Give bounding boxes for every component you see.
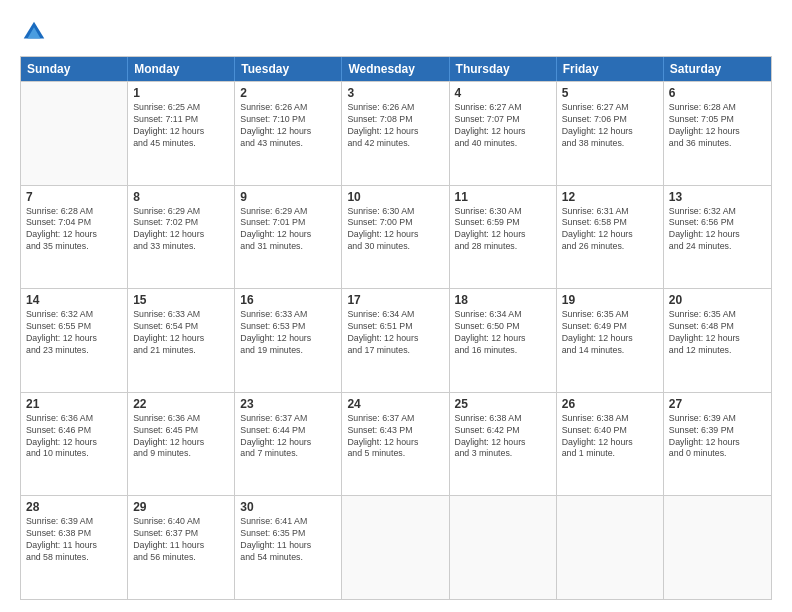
cal-cell: 14Sunrise: 6:32 AM Sunset: 6:55 PM Dayli… — [21, 289, 128, 392]
day-info: Sunrise: 6:40 AM Sunset: 6:37 PM Dayligh… — [133, 516, 229, 564]
day-info: Sunrise: 6:37 AM Sunset: 6:43 PM Dayligh… — [347, 413, 443, 461]
day-info: Sunrise: 6:37 AM Sunset: 6:44 PM Dayligh… — [240, 413, 336, 461]
day-number: 22 — [133, 397, 229, 411]
cal-cell: 20Sunrise: 6:35 AM Sunset: 6:48 PM Dayli… — [664, 289, 771, 392]
day-number: 30 — [240, 500, 336, 514]
cal-cell: 3Sunrise: 6:26 AM Sunset: 7:08 PM Daylig… — [342, 82, 449, 185]
day-number: 19 — [562, 293, 658, 307]
calendar: SundayMondayTuesdayWednesdayThursdayFrid… — [20, 56, 772, 600]
cal-cell: 12Sunrise: 6:31 AM Sunset: 6:58 PM Dayli… — [557, 186, 664, 289]
day-info: Sunrise: 6:32 AM Sunset: 6:56 PM Dayligh… — [669, 206, 766, 254]
weekday-header: Friday — [557, 57, 664, 81]
cal-cell: 22Sunrise: 6:36 AM Sunset: 6:45 PM Dayli… — [128, 393, 235, 496]
cal-cell: 17Sunrise: 6:34 AM Sunset: 6:51 PM Dayli… — [342, 289, 449, 392]
day-number: 10 — [347, 190, 443, 204]
cal-cell: 11Sunrise: 6:30 AM Sunset: 6:59 PM Dayli… — [450, 186, 557, 289]
day-number: 16 — [240, 293, 336, 307]
cal-cell: 30Sunrise: 6:41 AM Sunset: 6:35 PM Dayli… — [235, 496, 342, 599]
day-info: Sunrise: 6:34 AM Sunset: 6:51 PM Dayligh… — [347, 309, 443, 357]
cal-cell: 29Sunrise: 6:40 AM Sunset: 6:37 PM Dayli… — [128, 496, 235, 599]
day-number: 17 — [347, 293, 443, 307]
day-number: 8 — [133, 190, 229, 204]
day-number: 29 — [133, 500, 229, 514]
cal-cell — [342, 496, 449, 599]
calendar-body: 1Sunrise: 6:25 AM Sunset: 7:11 PM Daylig… — [21, 81, 771, 599]
week-row-3: 14Sunrise: 6:32 AM Sunset: 6:55 PM Dayli… — [21, 288, 771, 392]
day-info: Sunrise: 6:31 AM Sunset: 6:58 PM Dayligh… — [562, 206, 658, 254]
day-number: 9 — [240, 190, 336, 204]
weekday-header: Tuesday — [235, 57, 342, 81]
cal-cell: 16Sunrise: 6:33 AM Sunset: 6:53 PM Dayli… — [235, 289, 342, 392]
cal-cell: 4Sunrise: 6:27 AM Sunset: 7:07 PM Daylig… — [450, 82, 557, 185]
cal-cell: 5Sunrise: 6:27 AM Sunset: 7:06 PM Daylig… — [557, 82, 664, 185]
calendar-header: SundayMondayTuesdayWednesdayThursdayFrid… — [21, 57, 771, 81]
day-info: Sunrise: 6:28 AM Sunset: 7:04 PM Dayligh… — [26, 206, 122, 254]
weekday-header: Wednesday — [342, 57, 449, 81]
day-info: Sunrise: 6:36 AM Sunset: 6:46 PM Dayligh… — [26, 413, 122, 461]
day-number: 13 — [669, 190, 766, 204]
day-number: 21 — [26, 397, 122, 411]
cal-cell: 23Sunrise: 6:37 AM Sunset: 6:44 PM Dayli… — [235, 393, 342, 496]
day-info: Sunrise: 6:32 AM Sunset: 6:55 PM Dayligh… — [26, 309, 122, 357]
week-row-5: 28Sunrise: 6:39 AM Sunset: 6:38 PM Dayli… — [21, 495, 771, 599]
day-info: Sunrise: 6:34 AM Sunset: 6:50 PM Dayligh… — [455, 309, 551, 357]
day-number: 18 — [455, 293, 551, 307]
week-row-1: 1Sunrise: 6:25 AM Sunset: 7:11 PM Daylig… — [21, 81, 771, 185]
cal-cell: 2Sunrise: 6:26 AM Sunset: 7:10 PM Daylig… — [235, 82, 342, 185]
day-info: Sunrise: 6:25 AM Sunset: 7:11 PM Dayligh… — [133, 102, 229, 150]
cal-cell: 19Sunrise: 6:35 AM Sunset: 6:49 PM Dayli… — [557, 289, 664, 392]
day-info: Sunrise: 6:35 AM Sunset: 6:48 PM Dayligh… — [669, 309, 766, 357]
weekday-header: Sunday — [21, 57, 128, 81]
cal-cell — [21, 82, 128, 185]
cal-cell: 21Sunrise: 6:36 AM Sunset: 6:46 PM Dayli… — [21, 393, 128, 496]
day-info: Sunrise: 6:26 AM Sunset: 7:08 PM Dayligh… — [347, 102, 443, 150]
weekday-header: Saturday — [664, 57, 771, 81]
cal-cell: 7Sunrise: 6:28 AM Sunset: 7:04 PM Daylig… — [21, 186, 128, 289]
logo-icon — [20, 18, 48, 46]
day-info: Sunrise: 6:30 AM Sunset: 7:00 PM Dayligh… — [347, 206, 443, 254]
cal-cell: 27Sunrise: 6:39 AM Sunset: 6:39 PM Dayli… — [664, 393, 771, 496]
day-info: Sunrise: 6:35 AM Sunset: 6:49 PM Dayligh… — [562, 309, 658, 357]
cal-cell: 6Sunrise: 6:28 AM Sunset: 7:05 PM Daylig… — [664, 82, 771, 185]
page: SundayMondayTuesdayWednesdayThursdayFrid… — [0, 0, 792, 612]
cal-cell: 25Sunrise: 6:38 AM Sunset: 6:42 PM Dayli… — [450, 393, 557, 496]
day-info: Sunrise: 6:39 AM Sunset: 6:39 PM Dayligh… — [669, 413, 766, 461]
day-info: Sunrise: 6:30 AM Sunset: 6:59 PM Dayligh… — [455, 206, 551, 254]
day-number: 23 — [240, 397, 336, 411]
day-info: Sunrise: 6:29 AM Sunset: 7:01 PM Dayligh… — [240, 206, 336, 254]
cal-cell: 1Sunrise: 6:25 AM Sunset: 7:11 PM Daylig… — [128, 82, 235, 185]
day-number: 24 — [347, 397, 443, 411]
header — [20, 18, 772, 46]
logo — [20, 18, 52, 46]
day-number: 7 — [26, 190, 122, 204]
day-info: Sunrise: 6:36 AM Sunset: 6:45 PM Dayligh… — [133, 413, 229, 461]
day-info: Sunrise: 6:27 AM Sunset: 7:06 PM Dayligh… — [562, 102, 658, 150]
day-info: Sunrise: 6:27 AM Sunset: 7:07 PM Dayligh… — [455, 102, 551, 150]
day-number: 14 — [26, 293, 122, 307]
day-info: Sunrise: 6:28 AM Sunset: 7:05 PM Dayligh… — [669, 102, 766, 150]
week-row-2: 7Sunrise: 6:28 AM Sunset: 7:04 PM Daylig… — [21, 185, 771, 289]
weekday-header: Thursday — [450, 57, 557, 81]
cal-cell: 28Sunrise: 6:39 AM Sunset: 6:38 PM Dayli… — [21, 496, 128, 599]
day-info: Sunrise: 6:26 AM Sunset: 7:10 PM Dayligh… — [240, 102, 336, 150]
day-info: Sunrise: 6:38 AM Sunset: 6:42 PM Dayligh… — [455, 413, 551, 461]
cal-cell: 24Sunrise: 6:37 AM Sunset: 6:43 PM Dayli… — [342, 393, 449, 496]
day-info: Sunrise: 6:41 AM Sunset: 6:35 PM Dayligh… — [240, 516, 336, 564]
day-number: 15 — [133, 293, 229, 307]
cal-cell — [450, 496, 557, 599]
day-info: Sunrise: 6:33 AM Sunset: 6:54 PM Dayligh… — [133, 309, 229, 357]
day-number: 5 — [562, 86, 658, 100]
day-info: Sunrise: 6:29 AM Sunset: 7:02 PM Dayligh… — [133, 206, 229, 254]
day-info: Sunrise: 6:33 AM Sunset: 6:53 PM Dayligh… — [240, 309, 336, 357]
cal-cell: 9Sunrise: 6:29 AM Sunset: 7:01 PM Daylig… — [235, 186, 342, 289]
cal-cell: 13Sunrise: 6:32 AM Sunset: 6:56 PM Dayli… — [664, 186, 771, 289]
day-number: 28 — [26, 500, 122, 514]
day-number: 12 — [562, 190, 658, 204]
day-number: 20 — [669, 293, 766, 307]
day-number: 3 — [347, 86, 443, 100]
day-number: 27 — [669, 397, 766, 411]
cal-cell: 8Sunrise: 6:29 AM Sunset: 7:02 PM Daylig… — [128, 186, 235, 289]
cal-cell: 26Sunrise: 6:38 AM Sunset: 6:40 PM Dayli… — [557, 393, 664, 496]
cal-cell — [557, 496, 664, 599]
week-row-4: 21Sunrise: 6:36 AM Sunset: 6:46 PM Dayli… — [21, 392, 771, 496]
